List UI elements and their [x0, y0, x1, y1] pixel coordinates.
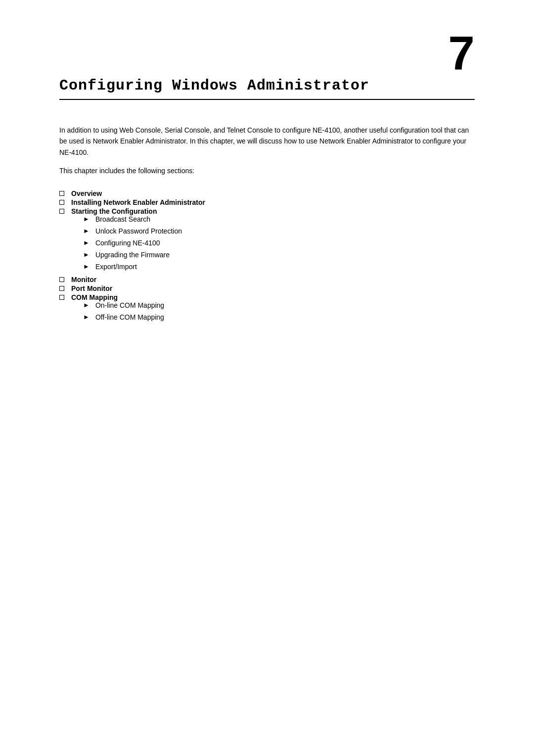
toc-item-installing: Installing Network Enabler Administrator — [59, 198, 475, 206]
toc-item-starting: Starting the Configuration ► Broadcast S… — [59, 207, 475, 275]
intro-paragraph1: In addition to using Web Console, Serial… — [59, 125, 475, 158]
toc-item-monitor: Monitor — [59, 276, 475, 284]
sections-intro: This chapter includes the following sect… — [59, 167, 475, 175]
toc-label-starting: Starting the Configuration — [71, 207, 157, 215]
bullet-icon — [59, 191, 64, 196]
arrow-icon: ► — [83, 301, 89, 309]
sub-list-starting: ► Broadcast Search ► Unlock Password Pro… — [83, 215, 182, 271]
sub-item-broadcast: ► Broadcast Search — [83, 215, 182, 223]
toc-label-port-monitor: Port Monitor — [71, 284, 112, 292]
sub-item-configuring: ► Configuring NE-4100 — [83, 239, 182, 247]
arrow-icon: ► — [83, 251, 89, 258]
sub-label-broadcast: Broadcast Search — [95, 215, 150, 223]
sub-item-upgrading: ► Upgrading the Firmware — [83, 251, 182, 259]
toc-item-com-mapping: COM Mapping ► On-line COM Mapping ► Off-… — [59, 293, 475, 325]
page: 7 Configuring Windows Administrator In a… — [0, 0, 534, 756]
sub-label-unlock: Unlock Password Protection — [95, 227, 182, 235]
bullet-icon — [59, 286, 64, 291]
arrow-icon: ► — [83, 227, 89, 235]
chapter-number: 7 — [59, 30, 475, 77]
sub-label-configuring: Configuring NE-4100 — [95, 239, 160, 247]
arrow-icon: ► — [83, 239, 89, 246]
sub-label-export: Export/Import — [95, 263, 137, 271]
toc-list: Overview Installing Network Enabler Admi… — [59, 189, 475, 325]
toc-item-overview: Overview — [59, 189, 475, 197]
arrow-icon: ► — [83, 215, 89, 223]
sub-item-export: ► Export/Import — [83, 263, 182, 271]
arrow-icon: ► — [83, 313, 89, 321]
sub-list-com: ► On-line COM Mapping ► Off-line COM Map… — [83, 301, 164, 321]
sub-item-online: ► On-line COM Mapping — [83, 301, 164, 309]
arrow-icon: ► — [83, 263, 89, 270]
bullet-icon — [59, 295, 64, 300]
bullet-icon — [59, 277, 64, 282]
bullet-icon — [59, 200, 64, 205]
bullet-icon — [59, 209, 64, 214]
sub-label-upgrading: Upgrading the Firmware — [95, 251, 170, 259]
toc-label-installing: Installing Network Enabler Administrator — [71, 198, 205, 206]
chapter-title: Configuring Windows Administrator — [59, 77, 475, 100]
toc-item-port-monitor: Port Monitor — [59, 284, 475, 292]
toc-label-monitor: Monitor — [71, 276, 96, 284]
sub-label-online: On-line COM Mapping — [95, 301, 164, 309]
toc-label-com-mapping: COM Mapping — [71, 293, 118, 301]
sub-label-offline: Off-line COM Mapping — [95, 313, 164, 321]
sub-item-offline: ► Off-line COM Mapping — [83, 313, 164, 321]
sub-item-unlock: ► Unlock Password Protection — [83, 227, 182, 235]
toc-label-overview: Overview — [71, 189, 102, 197]
